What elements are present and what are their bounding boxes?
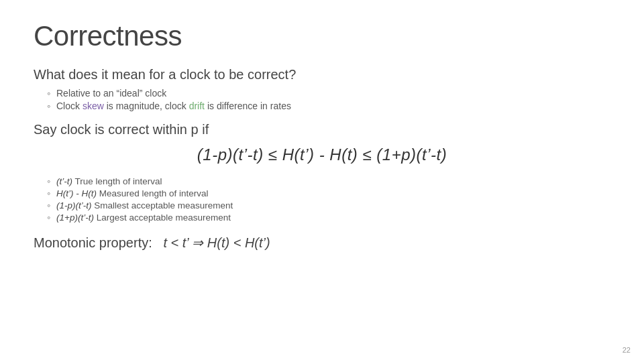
page-number: 22 — [623, 346, 631, 354]
skew-text: skew — [83, 101, 104, 111]
bullet-interval-length: (t’-t) True length of interval — [47, 176, 610, 186]
bullet-ideal-clock-text: Relative to an “ideal” clock — [56, 88, 166, 99]
bullet-smallest: (1-p)(t’-t) Smallest acceptable measurem… — [47, 200, 610, 210]
drift-text: drift — [189, 101, 205, 111]
formula-block: (1-p)(t’-t) ≤ H(t’) - H(t) ≤ (1+p)(t’-t) — [34, 145, 610, 164]
slide-title: Correctness — [34, 20, 610, 52]
say-clock-heading: Say clock is correct within p if — [34, 122, 610, 137]
bottom-bullet-list: (t’-t) True length of interval H(t’) - H… — [34, 176, 610, 223]
monotonic-label: Monotonic property: — [34, 235, 152, 250]
formula-text: (1-p)(t’-t) ≤ H(t’) - H(t) ≤ (1+p)(t’-t) — [197, 145, 447, 164]
bullet-largest: (1+p)(t’-t) Largest acceptable measureme… — [47, 213, 610, 223]
slide: Correctness What does it mean for a cloc… — [0, 0, 644, 362]
bullet-skew-drift: Clock skew is magnitude, clock drift is … — [47, 101, 610, 111]
question-heading: What does it mean for a clock to be corr… — [34, 67, 610, 82]
monotonic-formula: t < t’ ⇒ H(t) < H(t’) — [156, 235, 270, 250]
bullet-measured-length: H(t’) - H(t) Measured length of interval — [47, 188, 610, 198]
top-bullet-list: Relative to an “ideal” clock Clock skew … — [34, 88, 610, 111]
monotonic-property: Monotonic property: t < t’ ⇒ H(t) < H(t’… — [34, 235, 610, 251]
bullet-ideal-clock: Relative to an “ideal” clock — [47, 88, 610, 99]
